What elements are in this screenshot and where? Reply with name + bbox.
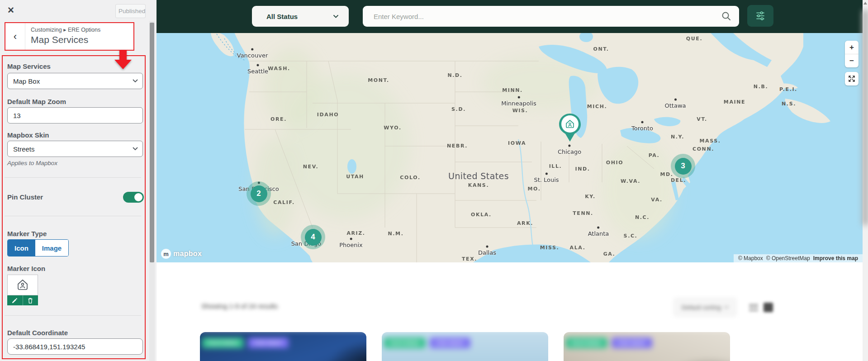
- sliders-icon: [754, 10, 766, 22]
- edit-pencil-icon[interactable]: [7, 295, 23, 305]
- scrollbar-thumb[interactable]: [863, 10, 868, 225]
- map-services-value: Map Box: [13, 77, 40, 85]
- customizer-sidebar: ✕ Published ‹ Customizing ▸ ERE Options …: [0, 0, 157, 361]
- status-badge: FEATURED: [384, 337, 426, 348]
- advanced-filter-button[interactable]: [747, 5, 773, 27]
- fullscreen-button[interactable]: [845, 72, 859, 86]
- status-filter-value: All Status: [266, 13, 333, 20]
- mapbox-logo-word: mapbox: [173, 250, 202, 258]
- search-icon[interactable]: [721, 11, 732, 23]
- property-card[interactable]: FEATUREDFOR RENT: [382, 332, 548, 361]
- annotation-header-box: ‹ Customizing ▸ ERE Options Map Services: [5, 22, 134, 51]
- breadcrumb: Customizing ▸ ERE Options: [31, 26, 100, 33]
- status-badge: FEATURED: [566, 337, 607, 348]
- map-attribution: © Mapbox © OpenStreetMap Improve this ma…: [734, 254, 863, 262]
- grid-view-icon[interactable]: [764, 303, 773, 312]
- default-coordinate-input[interactable]: [7, 338, 143, 355]
- mapbox-logo[interactable]: m mapbox: [161, 249, 202, 259]
- mapbox-logo-icon: m: [161, 249, 171, 259]
- marker-type-icon-button[interactable]: Icon: [8, 240, 35, 256]
- mapbox-skin-value: Streets: [13, 145, 35, 153]
- status-badge: FOR RENT: [248, 337, 288, 348]
- keyword-search-wrap: [363, 6, 739, 27]
- results-section: Showing 1-9 of 24 results Default sortin…: [157, 262, 863, 361]
- pin-cluster-toggle[interactable]: [123, 192, 144, 203]
- map-services-label: Map Services: [7, 62, 51, 70]
- map-base-art: [157, 33, 863, 262]
- sidebar-scrollbar[interactable]: [149, 21, 155, 361]
- chevron-down-icon: [133, 79, 138, 83]
- chevron-down-icon: [333, 14, 339, 19]
- customizer-topbar: ✕ Published: [0, 0, 157, 21]
- mapbox-skin-help: Applies to Mapbox: [7, 160, 57, 166]
- search-topbar: All Status: [157, 0, 863, 33]
- house-icon: [15, 278, 30, 292]
- keyword-search-input[interactable]: [363, 6, 739, 27]
- page-title: Map Services: [31, 34, 100, 45]
- marker-type-image-button[interactable]: Image: [35, 240, 68, 256]
- sorting-dropdown[interactable]: Default sorting: [673, 297, 737, 317]
- marker-type-label: Marker Type: [7, 230, 47, 238]
- map-services-select[interactable]: Map Box: [7, 73, 143, 89]
- main-area: All Status: [157, 0, 863, 361]
- pin-cluster-label: Pin Cluster: [7, 193, 43, 201]
- marker-icon-preview[interactable]: [7, 275, 38, 295]
- mapbox-skin-select[interactable]: Streets: [7, 141, 143, 157]
- house-pin-marker[interactable]: [557, 113, 583, 143]
- annotation-red-arrow: [114, 50, 132, 70]
- marker-icon-actions: [7, 295, 38, 305]
- default-coordinate-label: Default Coordinate: [7, 329, 68, 337]
- property-photo: FEATUREDFOR RENT: [382, 332, 548, 361]
- attribution-improve-link[interactable]: Improve this map: [813, 255, 858, 261]
- chevron-down-icon: [133, 147, 138, 151]
- close-icon[interactable]: ✕: [4, 3, 18, 17]
- default-map-zoom-label: Default Map Zoom: [7, 98, 66, 105]
- cluster-marker-3[interactable]: 3: [671, 154, 695, 178]
- map-canvas[interactable]: WASH.ORE.IDAHOMONT.N.D.S.D.MINN.WIS.MICH…: [157, 33, 863, 262]
- zoom-in-button[interactable]: +: [845, 41, 859, 54]
- property-card[interactable]: FEATUREDFOR RENT: [564, 332, 730, 361]
- property-photo: FEATUREDFOR RENT: [200, 332, 366, 361]
- cluster-marker-4[interactable]: 4: [301, 225, 325, 249]
- results-summary: Showing 1-9 of 24 results: [201, 302, 278, 310]
- scroll-up-icon[interactable]: [863, 2, 867, 5]
- map-zoom-controls: + −: [845, 41, 859, 67]
- publish-button[interactable]: Published: [115, 4, 146, 18]
- marker-icon-label: Marker Icon: [7, 265, 45, 272]
- chevron-down-icon: [724, 306, 729, 309]
- default-map-zoom-input[interactable]: [7, 107, 143, 124]
- delete-trash-icon[interactable]: [23, 295, 38, 305]
- marker-type-segment: Icon Image: [7, 239, 69, 256]
- cluster-marker-2[interactable]: 2: [247, 181, 271, 206]
- attribution-osm-link[interactable]: © OpenStreetMap: [766, 255, 810, 261]
- property-card[interactable]: FEATUREDFOR RENT: [200, 332, 366, 361]
- attribution-mapbox-link[interactable]: © Mapbox: [738, 255, 763, 261]
- status-badge: FOR RENT: [430, 337, 470, 348]
- zoom-out-button[interactable]: −: [845, 54, 859, 67]
- list-view-icon[interactable]: [749, 304, 758, 311]
- property-photo: FEATUREDFOR RENT: [564, 332, 730, 361]
- page-scrollbar[interactable]: [863, 0, 868, 361]
- fullscreen-icon: [848, 75, 856, 83]
- status-filter-select[interactable]: All Status: [252, 6, 349, 27]
- cards-row: FEATUREDFOR RENTFEATUREDFOR RENTFEATURED…: [200, 332, 730, 361]
- status-badge: FOR RENT: [612, 337, 652, 348]
- mapbox-skin-label: Mapbox Skin: [7, 131, 49, 139]
- map-services-panel: Map Services Map Box Default Map Zoom Ma…: [2, 55, 146, 359]
- sorting-value: Default sorting: [682, 304, 721, 311]
- status-badge: FEATURED: [202, 337, 244, 348]
- back-chevron-icon[interactable]: ‹: [5, 23, 25, 50]
